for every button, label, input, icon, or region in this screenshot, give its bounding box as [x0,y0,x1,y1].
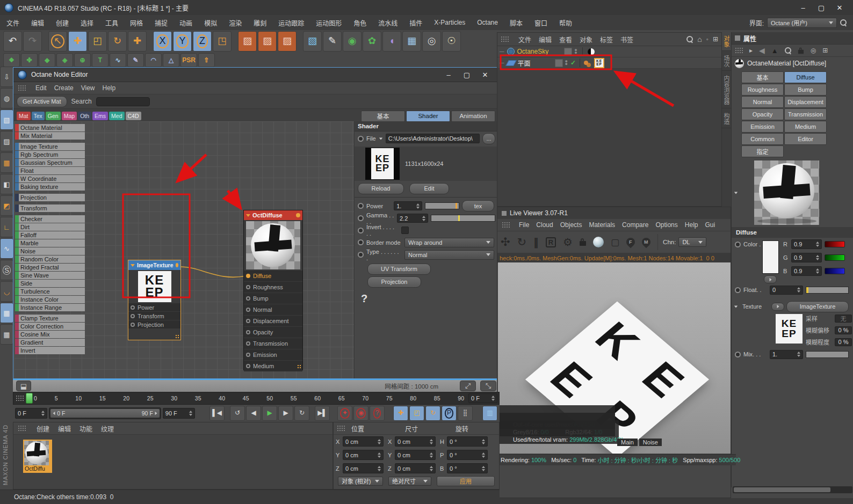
search-icon[interactable] [785,47,791,54]
mm-menu-item[interactable]: 编辑 [58,424,71,433]
type-select[interactable]: Normal [404,250,494,260]
filter-chip[interactable]: Ems [92,112,108,120]
nav-up-icon[interactable]: ▲ [771,47,778,55]
toolbar-icon[interactable]: ↻ [108,31,127,52]
browse-button[interactable]: ... [482,133,495,144]
toolbar2-icon[interactable]: PSR [180,53,197,67]
input-port-icon[interactable] [246,296,250,301]
lock-icon[interactable] [798,50,804,54]
noise-pass-button[interactable]: Noise [639,439,662,446]
menu-item[interactable]: 模拟 [204,18,217,27]
input-port-icon[interactable] [246,341,250,346]
input-port-icon[interactable] [131,323,135,327]
home-icon[interactable]: ⌂ [697,35,702,43]
transport-button[interactable]: ? [370,406,385,421]
power-slider[interactable] [425,202,459,209]
gamma-input[interactable]: 2.2 [397,214,428,223]
texture-expand-button[interactable] [771,303,784,311]
node-input-row[interactable]: Displacement [244,316,302,326]
palette-item[interactable]: W Coordinate [15,175,85,182]
lv-menu-item[interactable]: Gui [705,221,715,229]
target-icon[interactable]: ◎ [811,47,816,54]
input-port-icon[interactable] [246,353,250,357]
attribute-tab[interactable]: Editor [784,133,827,145]
filter-chip[interactable]: Oth [78,112,91,120]
input-port-icon[interactable] [246,274,250,278]
search-icon[interactable] [840,19,847,26]
nav-back-icon[interactable]: ◀ [759,46,765,55]
view-toggle-2-button[interactable]: ⤡ [480,381,496,391]
menu-item[interactable]: 帮助 [559,18,572,27]
palette-item[interactable]: Projection [15,194,85,201]
toolbar-icon[interactable]: ▨ [278,31,297,52]
node-output-port[interactable] [176,263,179,267]
toolbar-icon[interactable]: ◎ [422,31,441,52]
menu-item[interactable]: 流水线 [378,18,397,27]
toolbar2-icon[interactable]: ∿ [110,53,126,67]
ne-close-button[interactable]: ✕ [476,71,494,79]
float-input[interactable]: 0 [770,286,803,295]
add-icon[interactable]: ⊞ [713,35,718,43]
panel-grip-icon[interactable] [18,85,26,91]
palette-item[interactable]: Checker [15,215,85,223]
view-toggle-1-button[interactable]: ⤢ [460,381,476,391]
transport-button[interactable]: ↻ [425,406,440,421]
add-icon[interactable]: ⊞ [822,47,828,54]
octanesky-tag-icon[interactable] [588,48,595,55]
file-radio[interactable] [358,136,364,142]
side-tab[interactable]: 场次 [722,52,731,71]
float-slider[interactable] [806,287,849,294]
panel-grip-icon[interactable] [502,222,510,228]
power-input[interactable]: 1. [394,201,422,210]
om-menu-item[interactable]: 标签 [600,35,613,44]
toolbar2-icon[interactable]: △ [163,53,179,67]
transport-button[interactable]: ▶▌ [315,406,330,421]
menu-item[interactable]: X-Particles [434,19,465,26]
palette-item[interactable]: Baking texture [15,183,85,191]
search-icon[interactable] [686,36,693,42]
octdiffuse-node[interactable]: OctDiffuse Diffuse [243,210,303,370]
lv-menu-item[interactable]: Compare [622,221,648,229]
attribute-tab[interactable]: Common [741,133,784,145]
mode-icon[interactable]: S [0,260,13,280]
pos-input[interactable]: 0 cm [343,450,384,460]
lv-menu-item[interactable]: Objects [560,221,582,229]
texture-thumbnail[interactable]: KE EP [776,314,803,344]
mode-icon[interactable]: ∿ [0,238,13,259]
node-input-row[interactable]: Emission [244,349,302,360]
toolbar-icon[interactable]: ✚ [128,31,147,52]
palette-item[interactable]: Gaussian Spectrum [15,159,85,166]
palette-item[interactable]: Turbulence [15,288,85,295]
invert-radio[interactable] [358,228,364,233]
timeline-ruler[interactable]: 051015202530354045505560657075808590 0 F [13,392,500,405]
palette-item[interactable]: Cosine Mix [15,331,85,338]
node-output-port[interactable] [296,213,300,217]
node-input-row[interactable]: Transmission [244,338,302,349]
attributes-hscrollbar[interactable] [733,486,852,493]
menu-item[interactable]: 角色 [353,18,366,27]
ne-maximize-button[interactable]: ▢ [458,71,476,79]
menu-item[interactable]: 网格 [130,18,143,27]
side-tab[interactable]: 构造 [722,109,731,128]
toolbar2-icon[interactable]: T [92,53,109,67]
mix-radio[interactable] [735,352,741,357]
transport-button[interactable]: ◉ [353,406,368,421]
toolbar2-icon[interactable]: ❖ [3,53,20,67]
uv-transform-button[interactable]: UV Transform [367,264,431,275]
playhead[interactable] [26,393,33,404]
float-radio[interactable] [735,287,741,293]
palette-item[interactable]: Random Color [15,255,85,263]
edit-button[interactable]: Edit [409,183,449,194]
ne-menu-item[interactable]: Edit [35,84,47,92]
blur-scale-input[interactable]: 0 % [835,338,852,346]
toolbar-icon[interactable]: ✚ [68,31,87,52]
shader-panel-tab[interactable]: 基本 [361,111,405,122]
material-pin-icon[interactable]: M [640,236,653,249]
mode-icon[interactable]: ◩ [0,195,13,216]
om-menu-item[interactable]: 对象 [580,35,592,44]
toolbar-icon[interactable]: ◉ [343,31,362,52]
invert-checkbox[interactable] [401,227,409,234]
attribute-tab[interactable]: 指定 [741,145,784,157]
node-collapse-icon[interactable] [246,214,250,217]
refresh-icon[interactable]: ↻ [517,236,527,249]
